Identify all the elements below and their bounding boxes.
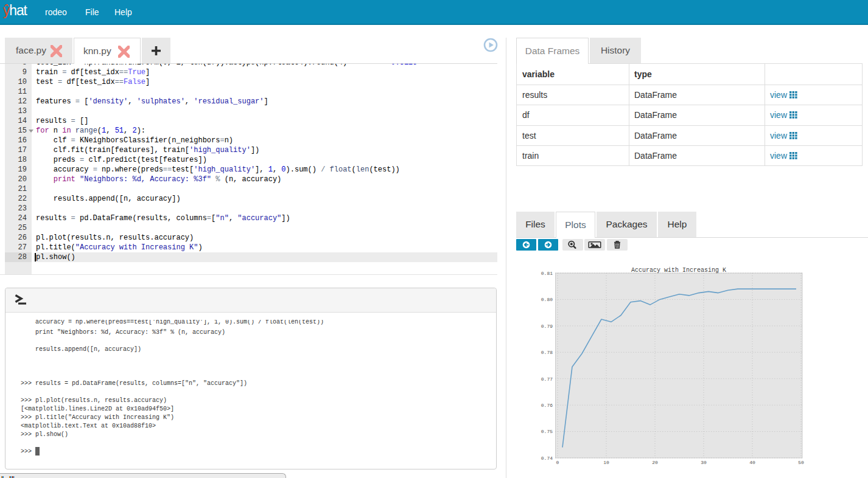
svg-text:0.80: 0.80	[541, 297, 553, 302]
svg-text:20: 20	[652, 460, 658, 465]
svg-text:0.74: 0.74	[541, 455, 553, 461]
svg-text:0: 0	[556, 460, 559, 465]
svg-text:0.79: 0.79	[541, 324, 553, 329]
svg-text:50: 50	[798, 460, 804, 465]
svg-text:0.78: 0.78	[541, 350, 553, 355]
svg-text:0.76: 0.76	[541, 403, 553, 408]
svg-text:0.77: 0.77	[541, 376, 553, 382]
svg-text:0.81: 0.81	[541, 271, 553, 276]
svg-text:0.75: 0.75	[541, 429, 553, 434]
svg-text:Accuracy with Increasing K: Accuracy with Increasing K	[631, 267, 726, 274]
svg-text:40: 40	[749, 460, 755, 465]
svg-text:30: 30	[701, 460, 707, 465]
svg-text:10: 10	[603, 460, 609, 465]
